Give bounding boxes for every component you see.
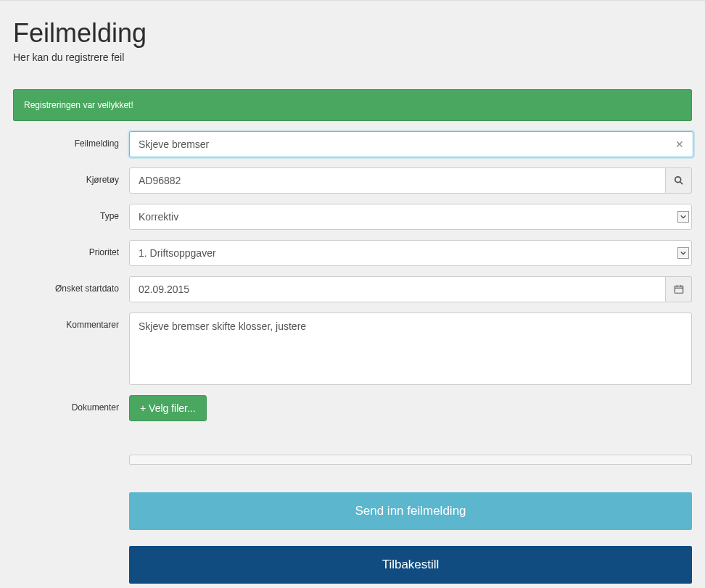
type-select[interactable]: Korrektiv — [129, 204, 692, 230]
svg-rect-2 — [675, 286, 683, 294]
prioritet-select-value: 1. Driftsoppgaver — [139, 247, 216, 259]
type-select-value: Korrektiv — [139, 211, 178, 223]
startdato-label: Ønsket startdato — [13, 276, 129, 294]
page-header: Feilmelding Her kan du registrere feil — [0, 1, 705, 69]
clear-icon[interactable]: ✕ — [667, 131, 692, 157]
type-label: Type — [13, 204, 129, 221]
kommentarer-textarea[interactable] — [129, 312, 692, 385]
success-alert: Registreringen var vellykket! — [13, 89, 692, 121]
dokumenter-label: Dokumenter — [13, 395, 129, 413]
upload-progress — [129, 455, 692, 465]
submit-button[interactable]: Send inn feilmelding — [129, 492, 692, 530]
choose-files-button[interactable]: + Velg filer... — [129, 395, 207, 421]
feilmelding-label: Feilmelding — [13, 131, 129, 149]
page-title: Feilmelding — [13, 18, 692, 49]
calendar-icon[interactable] — [666, 276, 692, 302]
feilmelding-input[interactable] — [129, 131, 693, 157]
kommentarer-label: Kommentarer — [13, 312, 129, 330]
reset-button[interactable]: Tilbakestill — [129, 546, 692, 584]
success-alert-text: Registreringen var vellykket! — [24, 100, 133, 110]
kjoretoy-label: Kjøretøy — [13, 167, 129, 185]
page-subtitle: Her kan du registrere feil — [13, 51, 692, 63]
svg-point-0 — [675, 177, 680, 183]
search-icon[interactable] — [666, 167, 692, 194]
startdato-input[interactable] — [129, 276, 666, 302]
kjoretoy-input[interactable] — [129, 167, 666, 194]
svg-line-1 — [680, 182, 683, 185]
prioritet-label: Prioritet — [13, 240, 129, 257]
prioritet-select[interactable]: 1. Driftsoppgaver — [129, 240, 692, 266]
